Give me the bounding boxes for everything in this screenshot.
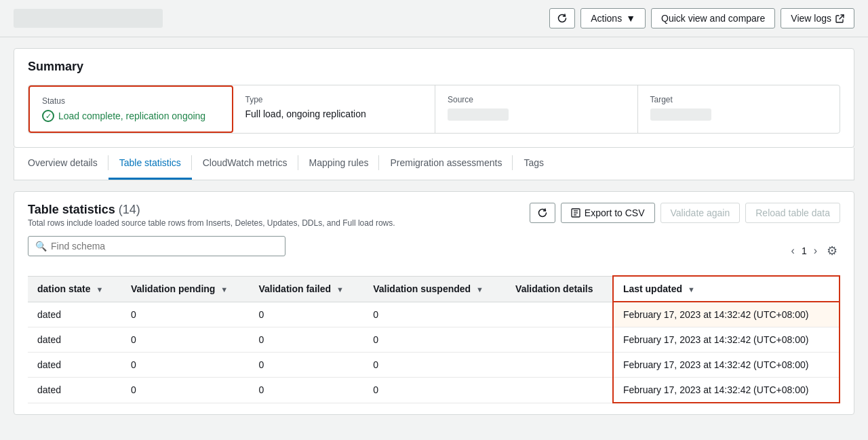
type-label: Type — [245, 95, 423, 104]
status-text: Load complete, replication ongoing — [58, 111, 205, 121]
col-last-updated[interactable]: Last updated ▼ — [613, 276, 840, 302]
cell-validation-suspended: 0 — [363, 302, 506, 327]
summary-title: Summary — [28, 60, 840, 74]
cell-validation-suspended: 0 — [363, 327, 506, 353]
sort-icon-validation-pending: ▼ — [220, 285, 228, 294]
col-validation-details[interactable]: Validation details — [506, 276, 613, 302]
cell-validation-failed: 0 — [249, 353, 363, 378]
tab-tags[interactable]: Tags — [513, 148, 555, 180]
cell-validation-details — [506, 327, 613, 353]
status-field: Status ✓ Load complete, replication ongo… — [28, 85, 233, 133]
cell-validation-pending: 0 — [121, 327, 249, 353]
cell-last-updated: February 17, 2023 at 14:32:42 (UTC+08:00… — [613, 327, 840, 353]
validate-label: Validate again — [671, 207, 730, 218]
cell-validation-suspended: 0 — [363, 378, 506, 403]
table-section-header: Table statistics (14) Total rows include… — [28, 203, 840, 228]
tabs-bar: Overview details Table statistics CloudW… — [14, 148, 854, 180]
cell-validation-pending: 0 — [121, 353, 249, 378]
table-row: dated 0 0 0 February 17, 2023 at 14:32:4… — [28, 353, 840, 378]
tab-premigration[interactable]: Premigration assessments — [379, 148, 513, 180]
cell-last-updated: February 17, 2023 at 14:32:42 (UTC+08:00… — [613, 378, 840, 403]
export-icon — [571, 208, 580, 218]
pagination-prev-button[interactable]: ‹ — [789, 243, 797, 258]
breadcrumb-placeholder — [14, 9, 163, 28]
source-value-placeholder — [448, 108, 509, 121]
cell-last-updated: February 17, 2023 at 14:32:42 (UTC+08:00… — [613, 353, 840, 378]
quick-view-label: Quick view and compare — [661, 13, 765, 24]
reload-table-button[interactable]: Reload table data — [745, 203, 840, 223]
table-section-title-block: Table statistics (14) Total rows include… — [28, 203, 395, 228]
cell-validation-state: dated — [28, 302, 121, 327]
type-field: Type Full load, ongoing replication — [233, 85, 436, 133]
actions-button[interactable]: Actions ▼ — [580, 8, 646, 28]
status-icon: ✓ — [42, 110, 54, 122]
data-table: dation state ▼ Validation pending ▼ Vali… — [28, 275, 840, 403]
export-csv-label: Export to CSV — [585, 207, 645, 218]
target-label: Target — [650, 95, 828, 104]
cell-validation-state: dated — [28, 378, 121, 403]
view-logs-button[interactable]: View logs — [781, 8, 854, 28]
cell-validation-details — [506, 378, 613, 403]
search-bar[interactable]: 🔍 — [28, 236, 285, 256]
target-value-placeholder — [650, 108, 711, 121]
sort-icon-last-updated: ▼ — [688, 285, 695, 294]
tab-cloudwatch[interactable]: CloudWatch metrics — [192, 148, 298, 180]
cell-validation-failed: 0 — [249, 378, 363, 403]
source-label: Source — [448, 95, 625, 104]
external-link-icon — [835, 14, 844, 23]
status-label: Status — [42, 96, 220, 106]
table-refresh-icon — [537, 207, 548, 218]
top-bar-actions: Actions ▼ Quick view and compare View lo… — [549, 8, 854, 28]
cell-validation-pending: 0 — [121, 302, 249, 327]
col-validation-failed[interactable]: Validation failed ▼ — [249, 276, 363, 302]
table-refresh-button[interactable] — [530, 203, 555, 223]
top-bar: Actions ▼ Quick view and compare View lo… — [0, 0, 868, 37]
col-validation-suspended[interactable]: Validation suspended ▼ — [363, 276, 506, 302]
quick-view-button[interactable]: Quick view and compare — [651, 8, 775, 28]
table-row: dated 0 0 0 February 17, 2023 at 14:32:4… — [28, 302, 840, 327]
pagination-current: 1 — [802, 245, 807, 256]
table-statistics-count: (14) — [119, 203, 140, 216]
validate-again-button[interactable]: Validate again — [660, 203, 741, 223]
refresh-icon — [557, 13, 568, 24]
pagination-controls: ‹ 1 › ⚙ — [789, 242, 840, 260]
cell-validation-state: dated — [28, 327, 121, 353]
target-field: Target — [638, 85, 840, 133]
table-header-row: dation state ▼ Validation pending ▼ Vali… — [28, 276, 840, 302]
actions-label: Actions — [591, 13, 622, 24]
export-csv-button[interactable]: Export to CSV — [561, 203, 655, 223]
col-validation-pending[interactable]: Validation pending ▼ — [121, 276, 249, 302]
col-validation-state[interactable]: dation state ▼ — [28, 276, 121, 302]
cell-validation-suspended: 0 — [363, 353, 506, 378]
table-header: dation state ▼ Validation pending ▼ Vali… — [28, 276, 840, 302]
reload-label: Reload table data — [755, 207, 830, 218]
summary-fields: Status ✓ Load complete, replication ongo… — [28, 85, 840, 134]
table-row: dated 0 0 0 February 17, 2023 at 14:32:4… — [28, 327, 840, 353]
status-value: ✓ Load complete, replication ongoing — [42, 110, 220, 122]
pagination-next-button[interactable]: › — [811, 243, 820, 258]
cell-validation-pending: 0 — [121, 378, 249, 403]
tab-table-statistics[interactable]: Table statistics — [108, 148, 192, 180]
summary-panel: Summary Status ✓ Load complete, replicat… — [14, 48, 854, 148]
table-statistics-subtitle: Total rows include loaded source table r… — [28, 218, 395, 228]
tab-overview[interactable]: Overview details — [17, 148, 108, 180]
sort-icon-validation-state: ▼ — [96, 285, 103, 294]
table-header-actions: Export to CSV Validate again Reload tabl… — [530, 203, 840, 223]
cell-validation-failed: 0 — [249, 302, 363, 327]
search-input[interactable] — [51, 241, 278, 252]
table-statistics-section: Table statistics (14) Total rows include… — [14, 191, 854, 415]
svg-line-0 — [840, 15, 844, 19]
table-statistics-title: Table statistics — [28, 203, 119, 216]
main-content: Summary Status ✓ Load complete, replicat… — [0, 48, 868, 415]
cell-last-updated: February 17, 2023 at 14:32:42 (UTC+08:00… — [613, 302, 840, 327]
sort-icon-validation-suspended: ▼ — [476, 285, 484, 294]
source-field: Source — [435, 85, 638, 133]
view-logs-label: View logs — [791, 13, 831, 24]
table-settings-button[interactable]: ⚙ — [824, 242, 840, 260]
refresh-button[interactable] — [549, 8, 575, 28]
cell-validation-state: dated — [28, 353, 121, 378]
type-value: Full load, ongoing replication — [245, 108, 423, 119]
tab-mapping[interactable]: Mapping rules — [298, 148, 380, 180]
table-row: dated 0 0 0 February 17, 2023 at 14:32:4… — [28, 378, 840, 403]
sort-icon-validation-failed: ▼ — [336, 285, 344, 294]
